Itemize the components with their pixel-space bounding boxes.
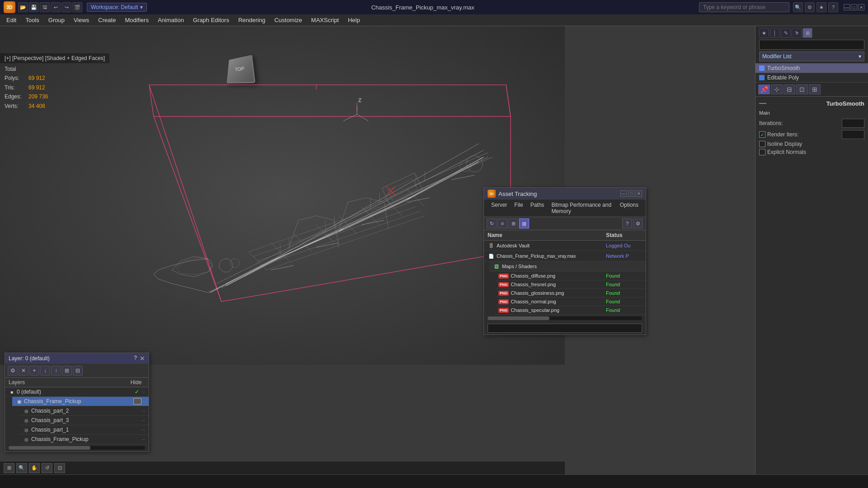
layers-add-btn[interactable]: +	[29, 366, 39, 376]
menu-views[interactable]: Views	[69, 15, 94, 25]
open-file-icon[interactable]: 📂	[18, 2, 28, 12]
vault-icon: 🗄	[488, 242, 495, 249]
rp-icon-3[interactable]: ✎	[781, 28, 791, 38]
mod-tab-pin[interactable]: 📌	[758, 84, 770, 94]
asset-row-vault[interactable]: 🗄 Autodesk Vault Logged Ou	[484, 241, 646, 251]
asset-menu-paths[interactable]: Paths	[527, 201, 548, 215]
help-icon[interactable]: ?	[828, 2, 838, 12]
menu-create[interactable]: Create	[94, 15, 120, 25]
modifier-editablepoly[interactable]: Editable Poly	[755, 73, 868, 83]
svg-line-7	[154, 116, 221, 302]
undo-icon[interactable]: ↩	[51, 2, 61, 12]
workspace-dropdown[interactable]: Workspace: Default ▾	[87, 3, 147, 12]
asset-row-glossiness[interactable]: PNG Chassis_glossiness.png Found	[495, 289, 646, 297]
asset-panel-titlebar[interactable]: 3D Asset Tracking — □ ✕	[484, 188, 646, 200]
layer-visibility-box-1[interactable]	[133, 398, 141, 404]
vp-maximize[interactable]: ⊡	[54, 463, 65, 473]
menu-customize[interactable]: Customize	[270, 15, 306, 25]
menu-maxscript[interactable]: MAXScript	[307, 15, 343, 25]
iterations-input[interactable]: 0	[842, 119, 864, 128]
layer-item-part-2[interactable]: ◎ Chassis_part_2 ···	[19, 406, 149, 416]
vp-zoom[interactable]: 🔍	[16, 463, 27, 473]
asset-tb-view[interactable]: ⊞	[508, 218, 518, 228]
menu-edit[interactable]: Edit	[2, 15, 21, 25]
menu-modifiers[interactable]: Modifiers	[120, 15, 153, 25]
asset-tb-help[interactable]: ?	[622, 218, 632, 228]
isoline-checkbox[interactable]	[759, 141, 765, 147]
menu-group[interactable]: Group	[44, 15, 69, 25]
asset-scrollbar[interactable]	[488, 316, 642, 320]
object-name-input[interactable]: Chassis_part_1	[759, 40, 864, 50]
mod-tab-vertex[interactable]: ⊹	[771, 84, 783, 94]
modifier-turbosmooth[interactable]: TurboSmooth	[755, 64, 868, 73]
layers-collapse-btn[interactable]: ⊟	[73, 366, 83, 376]
layer-item-part-1[interactable]: ◎ Chassis_part_1 ···	[19, 425, 149, 435]
maximize-button[interactable]: □	[851, 4, 857, 10]
asset-tb-refresh[interactable]: ↻	[487, 218, 497, 228]
menu-animation[interactable]: Animation	[153, 15, 188, 25]
layer-item-chassis-frame-2[interactable]: ◎ Chassis_Frame_Pickup ···	[19, 435, 149, 444]
asset-menu-server[interactable]: Server	[488, 201, 511, 215]
asset-maximize-btn[interactable]: □	[628, 191, 634, 197]
asset-close-btn[interactable]: ✕	[636, 191, 642, 197]
save-file-icon[interactable]: 💾	[29, 2, 39, 12]
asset-row-diffuse[interactable]: PNG Chassis_diffuse.png Found	[495, 272, 646, 280]
layers-expand-btn[interactable]: ⊞	[62, 366, 72, 376]
asset-row-normal[interactable]: PNG Chassis_normal.png Found	[495, 297, 646, 306]
asset-search-input[interactable]	[488, 324, 642, 333]
menu-rendering[interactable]: Rendering	[234, 15, 270, 25]
asset-menu-file[interactable]: File	[511, 201, 526, 215]
layer-item-default[interactable]: ■ 0 (default) ✓ ···	[5, 387, 149, 397]
layer-item-chassis-frame[interactable]: ▣ Chassis_Frame_Pickup ···	[12, 397, 149, 406]
asset-tb-list[interactable]: ≡	[497, 218, 507, 228]
asset-row-maps[interactable]: 🖼 Maps / Shaders	[489, 261, 646, 272]
vp-zoom-extents[interactable]: ⊞	[4, 463, 14, 473]
save-as-icon[interactable]: 🖫	[40, 2, 50, 12]
layers-move-up-btn[interactable]: ↑	[51, 366, 61, 376]
redo-icon[interactable]: ↪	[61, 2, 71, 12]
asset-menu-options[interactable]: Options	[616, 201, 642, 215]
asset-row-maxfile[interactable]: 📄 Chassis_Frame_Pickup_max_vray.max Netw…	[484, 251, 646, 261]
png-badge-glossiness: PNG	[498, 291, 509, 296]
explicit-normals-checkbox[interactable]	[759, 149, 765, 155]
rp-icon-5[interactable]: ⊞	[802, 28, 812, 38]
layers-close-btn[interactable]: ✕	[140, 355, 145, 362]
turbosmooth-minus[interactable]: —	[759, 99, 766, 107]
scene-icon[interactable]: 🎬	[72, 2, 82, 12]
asset-name-maps: Maps / Shaders	[502, 264, 606, 269]
rp-icon-4[interactable]: 🖰	[792, 28, 802, 38]
render-iters-checkbox[interactable]: ✓	[759, 131, 765, 138]
asset-minimize-btn[interactable]: —	[620, 191, 627, 197]
asset-row-fresnel[interactable]: PNG Chassis_fresnel.png Found	[495, 280, 646, 289]
layers-panel-titlebar[interactable]: Layer: 0 (default) ? ✕	[5, 353, 149, 364]
mod-tab-poly[interactable]: ⊞	[809, 84, 821, 94]
layers-scrollbar[interactable]	[9, 446, 145, 450]
vp-pan[interactable]: ✋	[29, 463, 40, 473]
asset-tb-settings[interactable]: ⚙	[633, 218, 643, 228]
rp-icon-2[interactable]: │	[770, 28, 780, 38]
star-icon[interactable]: ★	[816, 2, 826, 12]
asset-menu-bitmap[interactable]: Bitmap Performance and Memory	[548, 201, 616, 215]
modifier-list-dropdown[interactable]: Modifier List ▾	[759, 51, 864, 61]
menu-graph-editors[interactable]: Graph Editors	[188, 15, 234, 25]
asset-row-specular[interactable]: PNG Chassis_specular.png Found	[495, 306, 646, 315]
asset-tb-grid[interactable]: ▦	[519, 218, 529, 228]
close-button[interactable]: ✕	[858, 4, 864, 10]
mod-tab-edge[interactable]: ⊟	[784, 84, 795, 94]
layers-help-btn[interactable]: ?	[134, 355, 137, 362]
layers-move-down-btn[interactable]: ↓	[40, 366, 50, 376]
layer-item-part-3[interactable]: ◎ Chassis_part_3 ···	[19, 416, 149, 425]
layers-delete-btn[interactable]: ✕	[19, 366, 28, 376]
menu-help[interactable]: Help	[343, 15, 365, 25]
search-icon[interactable]: 🔍	[793, 2, 803, 12]
vp-orbit[interactable]: ↺	[42, 463, 52, 473]
render-iters-input[interactable]: 2	[842, 130, 864, 139]
viewport[interactable]: [+] [Perspective] [Shaded + Edged Faces]…	[0, 26, 565, 365]
layers-settings-btn[interactable]: ⚙	[8, 366, 18, 376]
settings-icon[interactable]: ⚙	[805, 2, 815, 12]
menu-tools[interactable]: Tools	[21, 15, 43, 25]
minimize-button[interactable]: —	[844, 4, 850, 10]
rp-icon-1[interactable]: ★	[759, 28, 769, 38]
search-input[interactable]	[699, 2, 789, 12]
mod-tab-border[interactable]: ⊡	[796, 84, 808, 94]
